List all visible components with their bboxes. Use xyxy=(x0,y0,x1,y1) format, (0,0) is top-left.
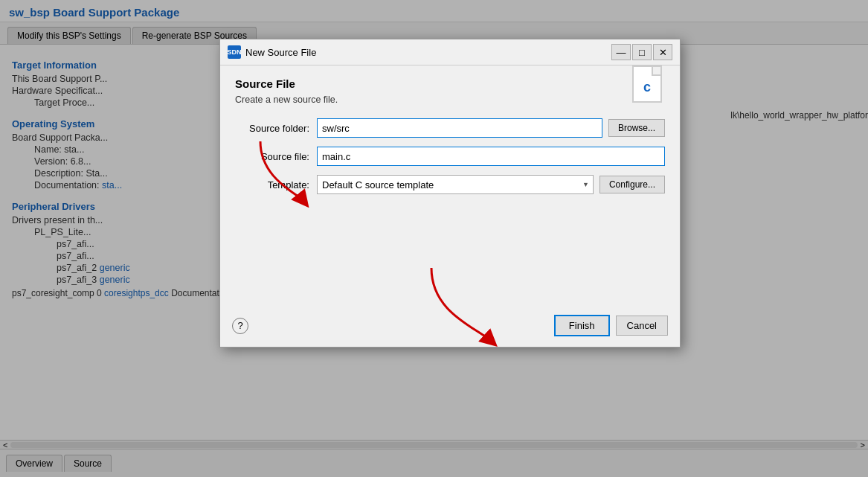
modal-spacer xyxy=(235,203,665,292)
modal-window-controls: — □ ✕ xyxy=(611,44,672,60)
cancel-button[interactable]: Cancel xyxy=(616,316,668,336)
help-icon[interactable]: ? xyxy=(232,318,248,334)
modal-close-button[interactable]: ✕ xyxy=(653,44,672,60)
modal-title-text: New Source File xyxy=(245,47,316,58)
template-select-wrapper: Default C source template xyxy=(317,175,594,194)
file-icon: c xyxy=(632,65,668,107)
template-row: Template: Default C source template Conf… xyxy=(235,175,665,194)
template-select[interactable]: Default C source template xyxy=(317,175,594,194)
modal-titlebar: SDN New Source File — □ ✕ xyxy=(220,39,680,65)
source-file-label: Source file: xyxy=(235,151,317,162)
modal-app-icon: SDN xyxy=(228,45,241,59)
file-icon-fold xyxy=(652,67,660,76)
configure-button[interactable]: Configure... xyxy=(599,176,665,193)
modal-footer: ? Finish Cancel xyxy=(220,307,680,347)
new-source-file-dialog: SDN New Source File — □ ✕ c Source File … xyxy=(219,39,681,348)
source-folder-input[interactable] xyxy=(317,118,602,138)
modal-title-left: SDN New Source File xyxy=(228,45,316,59)
finish-button[interactable]: Finish xyxy=(554,315,610,336)
modal-minimize-button[interactable]: — xyxy=(611,44,631,60)
modal-description: Create a new source file. xyxy=(235,95,665,105)
source-file-row: Source file: xyxy=(235,147,665,166)
template-label: Template: xyxy=(235,179,317,191)
browse-button[interactable]: Browse... xyxy=(608,119,665,137)
modal-maximize-button[interactable]: □ xyxy=(632,44,652,60)
modal-icon-label: SDN xyxy=(228,48,242,56)
source-folder-label: Source folder: xyxy=(235,123,317,134)
source-file-input[interactable] xyxy=(317,147,665,166)
source-folder-row: Source folder: Browse... xyxy=(235,118,665,138)
modal-body: c Source File Create a new source file. … xyxy=(220,65,680,307)
modal-section-title: Source File xyxy=(235,77,665,90)
file-icon-letter: c xyxy=(643,80,651,95)
